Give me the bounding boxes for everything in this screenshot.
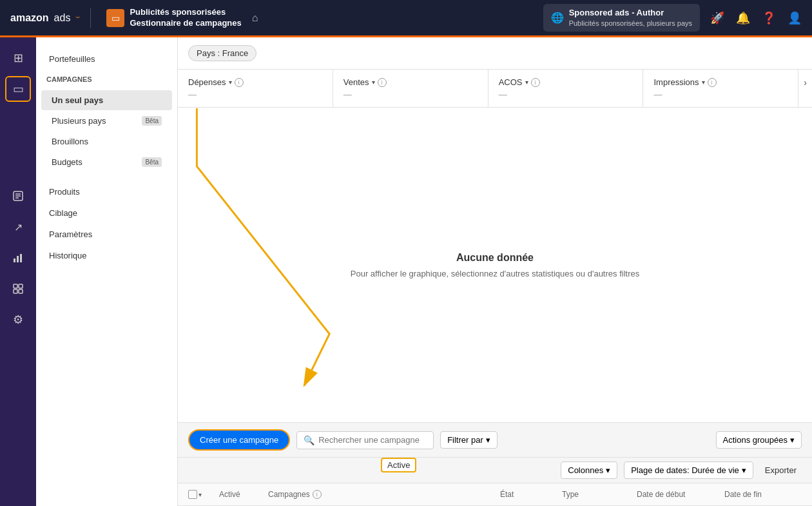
action-bar: Créer une campagne 🔍 Filtrer par ▾ Actio… (178, 422, 812, 458)
impressions-info[interactable]: i (708, 78, 717, 87)
nav-un-seul-pays[interactable]: Un seul pays (41, 90, 172, 110)
chart-area: Aucune donnée Pour afficher le graphique… (178, 108, 812, 422)
filter-button[interactable]: Filtrer par ▾ (440, 431, 498, 449)
filter-chevron: ▾ (486, 435, 490, 445)
bell-icon[interactable]: 🔔 (736, 11, 750, 25)
th-active: Activé (219, 490, 258, 499)
globe-icon: 🌐 (551, 12, 564, 24)
content-wrapper: Pays : France Dépenses ▾ i — Ventes ▾ (178, 37, 812, 506)
sidebar-icon-trending[interactable]: ↗ (5, 214, 31, 240)
impressions-value: — (653, 90, 788, 99)
sidebar-icon-apps[interactable] (5, 276, 31, 302)
export-button[interactable]: Exporter (760, 462, 802, 478)
metric-depenses-label: Dépenses (188, 77, 226, 87)
svg-rect-10 (19, 289, 23, 293)
metric-impressions-label: Impressions (653, 77, 699, 87)
top-nav: amazon ads ⌣ ▭ Publicités sponsorisées G… (0, 0, 812, 35)
ventes-value: — (343, 90, 478, 99)
beta-badge-budgets: Bêta (142, 157, 162, 167)
svg-rect-9 (14, 289, 17, 293)
beta-badge-plusieurs-pays: Bêta (142, 116, 162, 126)
search-icon: 🔍 (304, 435, 314, 445)
acos-value: — (499, 90, 633, 99)
country-pill[interactable]: Pays : France (188, 45, 256, 61)
date-range-chevron: ▾ (742, 465, 746, 475)
nav-budgets[interactable]: Budgets Bêta (41, 152, 172, 172)
nav-historique[interactable]: Historique (41, 246, 172, 266)
select-all-checkbox[interactable] (188, 490, 197, 499)
metric-acos[interactable]: ACOS ▾ i — (488, 70, 644, 107)
th-campaigns: Campagnes i (268, 490, 490, 499)
nav-brouillons[interactable]: Brouillons (41, 131, 172, 151)
home-icon[interactable]: ⌂ (252, 12, 258, 24)
ventes-chevron: ▾ (372, 79, 375, 86)
breadcrumb-title: Gestionnaire de campagnes (130, 18, 241, 29)
breadcrumb-icon: ▭ (106, 9, 124, 27)
metrics-bar: Dépenses ▾ i — Ventes ▾ i — (178, 70, 812, 108)
svg-rect-5 (17, 256, 19, 262)
breadcrumb-text: Publicités sponsorisées Gestionnaire de … (130, 7, 241, 29)
user-icon[interactable]: 👤 (788, 11, 802, 25)
metrics-expand[interactable]: › (798, 70, 812, 107)
main-content: Pays : France Dépenses ▾ i — Ventes ▾ (178, 37, 812, 506)
sidebar-icon-campaigns[interactable]: ▭ (5, 76, 31, 102)
columns-chevron: ▾ (606, 465, 610, 475)
nav-portefeuilles[interactable]: Portefeuilles (41, 49, 172, 69)
metric-depenses[interactable]: Dépenses ▾ i — (178, 70, 333, 107)
checkbox-area: ▾ (188, 490, 209, 499)
breadcrumb: ▭ Publicités sponsorisées Gestionnaire d… (106, 7, 258, 29)
rocket-icon[interactable]: 🚀 (710, 11, 724, 25)
logo-text: amazon (10, 12, 49, 24)
help-icon[interactable]: ❓ (762, 11, 776, 25)
main-layout: ⊞ ▭ ↗ ⚙ Portefeuilles Campagnes Un seul … (0, 37, 812, 506)
metric-impressions[interactable]: Impressions ▾ i — (643, 70, 798, 107)
no-data-title: Aucune donnée (456, 252, 534, 264)
account-title: Sponsored ads - Author (569, 8, 692, 19)
search-box: 🔍 (296, 431, 434, 449)
nav-produits[interactable]: Produits (41, 182, 172, 202)
th-date-debut: Date de début (637, 490, 714, 499)
nav-campagnes-section: Campagnes (36, 70, 177, 90)
sidebar-icon-grid[interactable]: ⊞ (5, 45, 31, 71)
svg-rect-4 (14, 258, 15, 262)
metric-acos-label: ACOS (499, 77, 523, 87)
sidebar-icon-chart[interactable] (5, 245, 31, 271)
depenses-value: — (188, 90, 322, 99)
svg-rect-7 (14, 284, 17, 288)
account-badge[interactable]: 🌐 Sponsored ads - Author Publicités spon… (543, 4, 700, 32)
no-data-subtitle: Pour afficher le graphique, sélectionnez… (351, 269, 639, 278)
country-bar: Pays : France (178, 37, 812, 70)
svg-rect-6 (20, 254, 22, 262)
acos-info[interactable]: i (531, 78, 540, 87)
sidebar-icon-reports[interactable] (5, 183, 31, 209)
nav-icons: 🚀 🔔 ❓ 👤 (710, 11, 802, 25)
logo[interactable]: amazon ads ⌣ (10, 12, 80, 24)
depenses-chevron: ▾ (229, 79, 232, 86)
svg-rect-8 (19, 284, 23, 288)
search-input[interactable] (318, 435, 427, 445)
grouped-actions-button[interactable]: Actions groupées ▾ (716, 431, 802, 449)
th-date-fin: Date de fin (724, 490, 802, 499)
metric-ventes[interactable]: Ventes ▾ i — (333, 70, 488, 107)
account-sub: Publicités sponsorisées, plusieurs pays (569, 19, 692, 28)
table-header: ▾ Activé Campagnes i État Type Date de d… (178, 483, 812, 506)
nav-sidebar: Portefeuilles Campagnes Un seul pays Plu… (36, 37, 178, 506)
campaigns-info-icon[interactable]: i (313, 490, 322, 499)
depenses-info[interactable]: i (235, 78, 244, 87)
metric-ventes-label: Ventes (343, 77, 369, 87)
create-campaign-button[interactable]: Créer une campagne (188, 429, 290, 451)
columns-button[interactable]: Colonnes ▾ (561, 462, 617, 479)
date-range-button[interactable]: Plage de dates: Durée de vie ▾ (624, 462, 753, 479)
ventes-info[interactable]: i (378, 78, 387, 87)
th-etat: État (500, 490, 552, 499)
nav-ciblage[interactable]: Ciblage (41, 203, 172, 223)
icon-sidebar: ⊞ ▭ ↗ ⚙ (0, 37, 36, 506)
sidebar-icon-settings[interactable]: ⚙ (5, 307, 31, 333)
grouped-actions-chevron: ▾ (790, 435, 795, 445)
th-type: Type (562, 490, 626, 499)
impressions-chevron: ▾ (702, 79, 705, 86)
nav-plusieurs-pays[interactable]: Plusieurs pays Bêta (41, 111, 172, 131)
logo-smile: ⌣ (75, 12, 80, 21)
controls-row2: Colonnes ▾ Plage de dates: Durée de vie … (178, 458, 812, 483)
nav-parametres[interactable]: Paramètres (41, 224, 172, 244)
